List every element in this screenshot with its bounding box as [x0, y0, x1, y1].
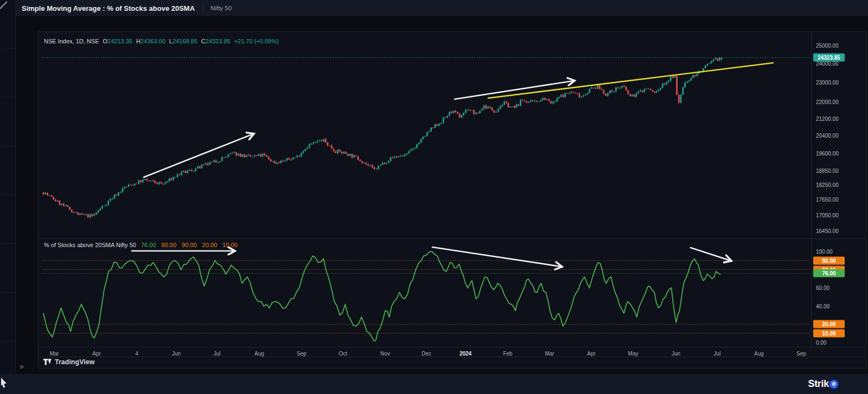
symbol-label: NSE Index, 1D, NSE — [44, 38, 99, 44]
expand-panel-button[interactable]: » — [20, 362, 23, 371]
toolbar-slot — [0, 293, 15, 341]
indicator-level-badge: 10.00 — [813, 330, 845, 338]
time-tick: Nov — [380, 351, 390, 357]
time-tick: Sep — [297, 351, 307, 357]
indicator-level-badge: 76.00 — [813, 269, 845, 277]
toolbar-slot — [0, 244, 15, 293]
open-value: 24213.35 — [107, 38, 132, 44]
indicator-level-value: 10.00 — [222, 242, 238, 248]
toolbar-slot — [0, 0, 15, 49]
time-tick: Jun — [172, 351, 181, 357]
time-tick: Sep — [796, 351, 806, 357]
price-tick: 19600.00 — [816, 150, 839, 156]
time-tick: Oct — [339, 351, 347, 357]
price-tick: 18850.00 — [816, 167, 839, 173]
time-tick: May — [628, 351, 639, 357]
time-axis-border — [39, 347, 866, 347]
low-value: 24168.85 — [173, 38, 197, 44]
last-price-badge: 24323.85 — [813, 54, 845, 62]
indicator-tick: 60.00 — [816, 285, 829, 291]
indicator-level-value: 76.00 — [141, 242, 156, 248]
price-tick: 17050.00 — [816, 212, 839, 218]
page-title: Simple Moving Average : % of Stocks abov… — [15, 4, 202, 12]
price-tick: 22000.00 — [816, 99, 839, 105]
indicator-level-values: 76.0080.0090.0020.0010.00 — [141, 242, 243, 248]
time-tick: Mar — [545, 351, 554, 357]
time-tick: Aug — [254, 351, 264, 357]
price-tick: 17650.00 — [816, 197, 839, 203]
bottom-bar: Strik e — [0, 374, 868, 394]
indicator-tick: 100.00 — [816, 249, 833, 255]
price-tick: 18250.00 — [816, 182, 839, 188]
left-toolbar — [0, 0, 16, 374]
price-tick: 23000.00 — [816, 80, 839, 86]
toolbar-slot — [0, 146, 15, 195]
main-chart-legend: NSE Index, 1D, NSE O24213.35 H24363.00 L… — [44, 38, 279, 44]
chart-card — [38, 31, 866, 369]
time-tick: Apr — [92, 351, 101, 357]
toolbar-slot — [0, 49, 15, 98]
time-tick: Apr — [587, 351, 596, 357]
tradingview-label: TradingView — [55, 358, 94, 366]
price-tick: 20400.00 — [816, 133, 839, 139]
time-tick: 2024 — [459, 351, 471, 357]
price-tick: 16450.00 — [816, 228, 839, 234]
time-tick: Dec — [422, 351, 431, 357]
header-bar: Simple Moving Average : % of Stocks abov… — [15, 0, 868, 17]
tradingview-chart-page: { "topbar": { "title": "Simple Moving Av… — [0, 0, 868, 394]
strike-logo[interactable]: Strik e — [808, 378, 838, 390]
indicator-tick: 0.00 — [816, 340, 826, 346]
close-value: 24323.85 — [206, 38, 231, 44]
pane-divider[interactable] — [39, 238, 866, 239]
change-value: +21.70 (+0.09%) — [234, 38, 279, 44]
indicator-level-badge: 90.00 — [813, 256, 845, 264]
indicator-legend: % of Stocks above 20SMA Nifty 50 76.0080… — [44, 242, 243, 248]
indicator-level-value: 20.00 — [202, 242, 218, 248]
time-tick: Jun — [672, 351, 680, 357]
time-tick: Aug — [754, 351, 764, 357]
tab-nifty50[interactable]: Nifty 50 — [210, 5, 232, 11]
indicator-level-value: 90.00 — [182, 242, 197, 248]
toolbar-slot — [0, 195, 15, 244]
attribution-border — [39, 357, 866, 357]
indicator-tick: 40.00 — [816, 303, 829, 309]
indicator-level-value: 80.00 — [162, 242, 177, 248]
high-value: 24363.00 — [141, 38, 165, 44]
time-tick: Jul — [214, 351, 221, 357]
time-tick: 4 — [135, 351, 138, 357]
tradingview-logo-icon — [43, 359, 52, 366]
toolbar-slot — [0, 98, 15, 146]
price-axis-border — [811, 32, 812, 347]
strike-wordmark: Strik — [808, 378, 829, 390]
indicator-level-badge: 20.00 — [813, 320, 845, 328]
indicator-title: % of Stocks above 20SMA Nifty 50 — [44, 242, 136, 248]
price-tick: 21200.00 — [816, 115, 839, 121]
time-tick: Feb — [503, 351, 512, 357]
price-tick: 25000.00 — [816, 43, 839, 49]
time-tick: Jul — [714, 351, 721, 357]
tradingview-attribution[interactable]: TradingView — [43, 358, 94, 366]
strike-accent-icon: e — [829, 380, 838, 389]
time-tick: Mar — [49, 351, 59, 357]
divider — [202, 4, 203, 12]
